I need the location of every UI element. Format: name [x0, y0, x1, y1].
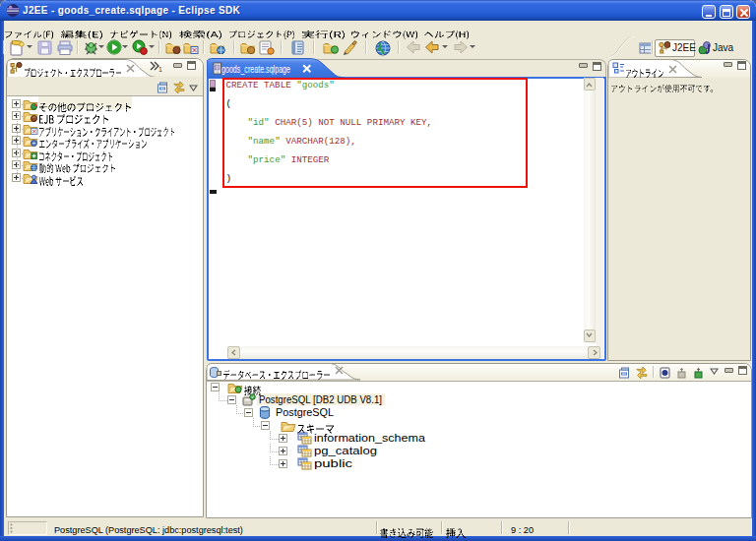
svg-text:1: 1 — [158, 66, 162, 73]
